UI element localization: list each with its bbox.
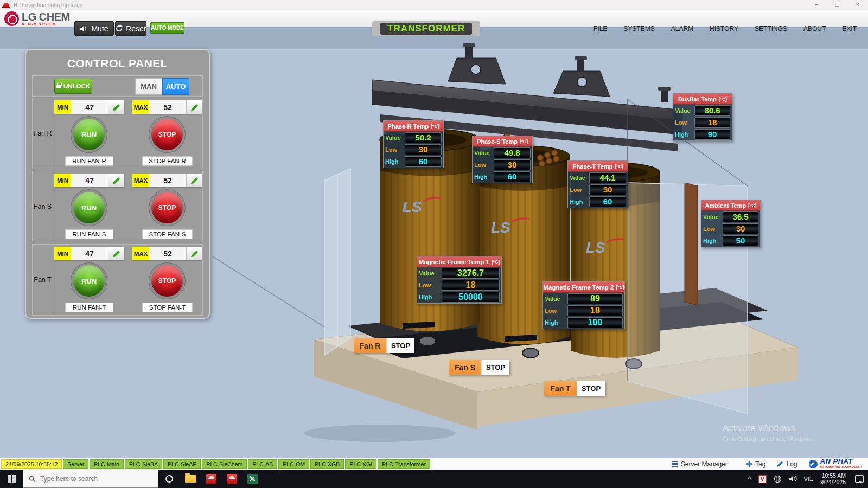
language-indicator[interactable]: VIE xyxy=(804,476,814,482)
start-button[interactable] xyxy=(0,470,23,488)
titlebar: Hệ thống báo động tập trung − □ × xyxy=(0,0,868,10)
max-value: 52 xyxy=(149,174,186,187)
pen-icon xyxy=(776,460,783,467)
excel-button[interactable] xyxy=(242,470,263,488)
status-tab-plc-xgb[interactable]: PLC-XGB xyxy=(310,459,344,469)
auto-mode-toggle[interactable]: AUTO xyxy=(162,78,189,95)
max-edit-button[interactable] xyxy=(186,100,202,114)
menu-file[interactable]: FILE xyxy=(585,25,615,33)
min-edit-button[interactable] xyxy=(108,174,124,187)
phase-s-temp-panel: Phase-S Temp[°C] Value49.8 Low30 High60 xyxy=(472,136,533,183)
high-readout: 60 xyxy=(494,171,531,182)
maximize-button[interactable]: □ xyxy=(827,0,847,10)
excel-icon xyxy=(247,474,258,484)
menu-systems[interactable]: SYSTEMS xyxy=(615,25,662,33)
status-tab-plc-main[interactable]: PLC-Main xyxy=(90,459,124,469)
max-edit-button[interactable] xyxy=(186,247,202,260)
panel-title: Phase-T Temp xyxy=(572,163,612,170)
run-fan-s-button[interactable]: RUN xyxy=(73,192,105,223)
log-button[interactable]: Log xyxy=(776,460,797,468)
max-edit-button[interactable] xyxy=(186,174,202,187)
mute-button[interactable]: Mute xyxy=(74,21,114,36)
search-input[interactable] xyxy=(40,475,143,483)
auto-mode-button[interactable]: AUTO MODE xyxy=(150,22,184,34)
min-value: 47 xyxy=(71,174,108,187)
server-manager-button[interactable]: Server Manager xyxy=(672,460,727,468)
minimize-button[interactable]: − xyxy=(806,0,827,10)
man-mode-button[interactable]: MAN xyxy=(135,78,162,95)
menu-exit[interactable]: EXIT xyxy=(834,25,865,33)
menu-alarm[interactable]: ALARM xyxy=(663,25,701,33)
pencil-icon xyxy=(190,104,199,111)
min-value: 47 xyxy=(71,100,108,114)
fan-name: Fan T xyxy=(544,381,577,396)
status-tab-plc-om[interactable]: PLC-OM xyxy=(278,459,309,469)
mute-label: Mute xyxy=(91,24,108,33)
menu-about[interactable]: ABOUT xyxy=(795,25,834,33)
status-tab-plc-sieap[interactable]: PLC-SieAP xyxy=(163,459,201,469)
status-tab-plc-siechem[interactable]: PLC-SieChem xyxy=(202,459,247,469)
status-tab-plc-sieba[interactable]: PLC-SieBA xyxy=(125,459,162,469)
stop-fan-t-button[interactable]: STOP xyxy=(151,265,183,297)
volume-icon[interactable] xyxy=(789,475,797,483)
min-edit-button[interactable] xyxy=(108,100,124,114)
max-label: MAX xyxy=(132,100,149,114)
low-label: Low xyxy=(545,307,567,314)
stop-fan-s-button[interactable]: STOP xyxy=(151,192,183,223)
unlock-button[interactable]: UNLOCK xyxy=(54,79,92,94)
low-label: Low xyxy=(474,162,494,168)
close-button[interactable]: × xyxy=(847,0,868,10)
fan-name: Fan S xyxy=(449,360,481,375)
anphat-logo: AN PHAT AUTOMATION TECHNOLOGY xyxy=(808,458,863,470)
min-edit-button[interactable] xyxy=(108,247,124,260)
value-readout: 49.8 xyxy=(494,147,531,158)
status-tab-server[interactable]: Server xyxy=(63,459,88,469)
lg-chem-logo: LG CHEM ALARM SYSTEM xyxy=(4,11,70,26)
status-tab-plc-xgi[interactable]: PLC-XGI xyxy=(345,459,376,469)
network-globe-icon[interactable] xyxy=(774,475,782,483)
tag-button[interactable]: ^✛ Tag xyxy=(738,460,766,468)
cortana-button[interactable] xyxy=(158,470,180,488)
alarm-app-button-1[interactable] xyxy=(201,470,221,488)
tray-expand-chevron[interactable]: ^ xyxy=(748,475,751,483)
alarm-app-button-2[interactable] xyxy=(221,470,242,488)
fan-name: Fan R xyxy=(354,338,386,353)
low-readout: 18 xyxy=(442,280,500,291)
panel-title: Magnetic Frame Temp 2 xyxy=(543,284,614,291)
run-fan-r-button[interactable]: RUN xyxy=(73,119,105,150)
low-label: Low xyxy=(703,226,723,232)
watermark-line2: Go to Settings to activate Windows. xyxy=(723,435,813,442)
taskbar-clock[interactable]: 10:55 AM 9/24/2025 xyxy=(820,472,846,485)
value-label: Value xyxy=(419,270,442,277)
clock-date: 9/24/2025 xyxy=(820,479,846,485)
low-readout: 18 xyxy=(567,305,623,316)
pencil-icon xyxy=(112,104,120,111)
run-fan-t-button[interactable]: RUN xyxy=(73,265,105,297)
reset-button[interactable]: Reset xyxy=(115,21,146,36)
activate-windows-watermark: Activate Windows Go to Settings to activ… xyxy=(723,423,813,442)
value-label: Value xyxy=(474,150,494,156)
pencil-icon xyxy=(190,250,199,258)
busbar-temp-panel: BusBar Temp[°C] Value80.6 Low18 High90 xyxy=(673,93,732,141)
menu-history[interactable]: HISTORY xyxy=(701,25,746,33)
stop-fan-r-caption: STOP FAN-R xyxy=(142,156,193,166)
low-label: Low xyxy=(675,119,694,126)
stop-fan-t-caption: STOP FAN-T xyxy=(142,303,193,312)
pencil-icon xyxy=(112,177,120,184)
main-menu: FILE SYSTEMS ALARM HISTORY SETTINGS ABOU… xyxy=(585,20,865,37)
fan-status: STOP xyxy=(481,360,509,375)
high-label: High xyxy=(385,158,405,165)
fan-s-label: Fan S xyxy=(33,171,53,242)
taskbar-search[interactable] xyxy=(23,470,158,488)
file-explorer-button[interactable] xyxy=(180,470,201,488)
status-tab-plc-ab[interactable]: PLC-AB xyxy=(248,459,277,469)
status-tab-plc-transformer[interactable]: PLC-Transformer xyxy=(378,459,430,469)
stop-fan-r-button[interactable]: STOP xyxy=(151,119,183,150)
high-readout: 50000 xyxy=(442,292,500,303)
app-siren-icon xyxy=(3,3,9,8)
folder-icon xyxy=(185,475,196,483)
input-method-icon[interactable]: V xyxy=(758,475,767,483)
notification-center-icon[interactable] xyxy=(855,475,864,483)
fan-status: STOP xyxy=(577,381,605,396)
menu-settings[interactable]: SETTINGS xyxy=(746,25,795,33)
